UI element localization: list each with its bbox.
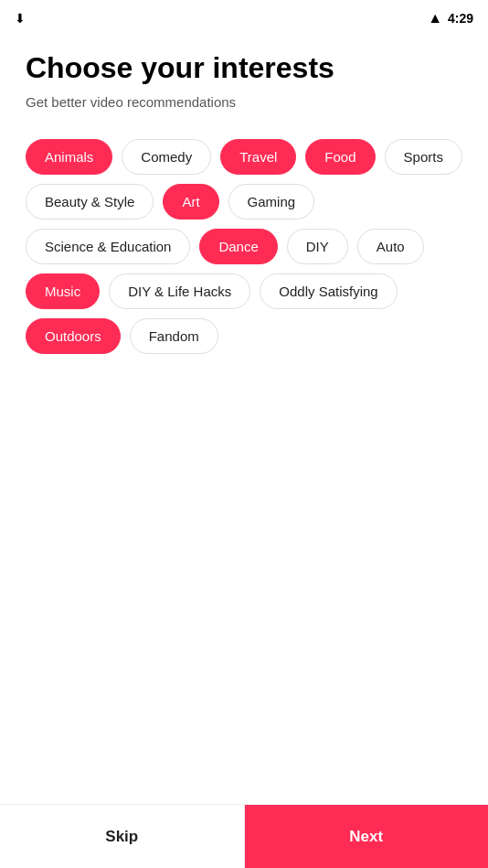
tag-oddly-satisfying[interactable]: Oddly Satisfying <box>260 273 397 309</box>
page-title: Choose your interests <box>26 51 462 85</box>
tag-science-education[interactable]: Science & Education <box>26 229 190 264</box>
tag-dance[interactable]: Dance <box>199 229 277 264</box>
skip-button[interactable]: Skip <box>0 805 245 868</box>
tag-diy[interactable]: DIY <box>287 229 348 264</box>
tag-art[interactable]: Art <box>163 184 218 220</box>
bottom-bar: Skip Next <box>0 804 488 868</box>
tag-sports[interactable]: Sports <box>385 139 462 175</box>
page-subtitle: Get better video recommendations <box>26 94 462 110</box>
tag-outdoors[interactable]: Outdoors <box>26 318 121 354</box>
tag-comedy[interactable]: Comedy <box>122 139 211 175</box>
tag-auto[interactable]: Auto <box>357 229 424 264</box>
download-icon: ⬇ <box>15 11 26 26</box>
tag-music[interactable]: Music <box>26 273 100 309</box>
wifi-icon: ▲ <box>428 10 442 27</box>
tag-gaming[interactable]: Gaming <box>228 184 315 220</box>
tag-fandom[interactable]: Fandom <box>130 318 218 354</box>
status-bar: ⬇ ▲ 4:29 <box>0 0 488 33</box>
next-button[interactable]: Next <box>245 805 489 868</box>
tag-diy-life-hacks[interactable]: DIY & Life Hacks <box>109 273 250 309</box>
tags-container: AnimalsComedyTravelFoodSportsBeauty & St… <box>26 139 462 354</box>
tag-animals[interactable]: Animals <box>26 139 112 175</box>
tag-travel[interactable]: Travel <box>220 139 296 175</box>
tag-beauty-style[interactable]: Beauty & Style <box>26 184 154 220</box>
status-time: 4:29 <box>448 11 473 26</box>
main-content: Choose your interests Get better video r… <box>0 33 488 464</box>
tag-food[interactable]: Food <box>305 139 375 175</box>
